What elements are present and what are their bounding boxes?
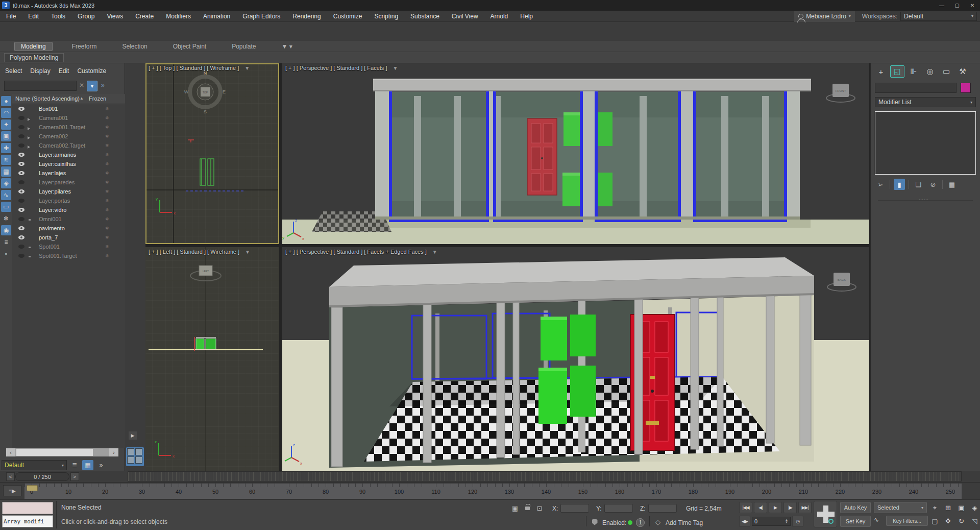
frozen-snowflake-icon[interactable]: ❄ bbox=[105, 189, 109, 194]
visibility-eye-icon[interactable] bbox=[18, 226, 24, 230]
user-account-menu[interactable]: Mebiane Izidro ▾ bbox=[794, 11, 855, 22]
viewport-menu-left-3[interactable]: [ Wireframe ] bbox=[207, 249, 239, 255]
search-filter-icon[interactable]: ▼ bbox=[87, 81, 97, 91]
close-button[interactable]: ✕ bbox=[965, 0, 980, 11]
viewport-top[interactable]: TOP N S W E x y [ + ][ Top ][ Standard ] bbox=[145, 63, 279, 244]
play-button[interactable]: ▶ bbox=[769, 502, 782, 513]
visibility-eye-icon[interactable] bbox=[18, 199, 24, 203]
viewport-menu-top-0[interactable]: [ + ] bbox=[149, 65, 158, 71]
auto-key-button[interactable]: Auto Key bbox=[840, 502, 871, 513]
workspace-dropdown[interactable]: Default ▾ bbox=[900, 12, 977, 21]
list-item[interactable]: Camera001.Target❄ bbox=[12, 123, 125, 132]
list-item[interactable]: Spot001.Target❄ bbox=[12, 251, 125, 260]
visibility-eye-icon[interactable] bbox=[18, 134, 24, 138]
visibility-eye-icon[interactable] bbox=[18, 143, 24, 148]
menu-scripting[interactable]: Scripting bbox=[368, 11, 404, 22]
next-frame-button[interactable]: |▶ bbox=[783, 502, 797, 513]
list-item[interactable]: Omni001❄ bbox=[12, 214, 125, 224]
filter-lights-icon[interactable]: ✦ bbox=[1, 119, 11, 130]
zoom-extents-all-icon[interactable]: ◈ bbox=[969, 502, 980, 514]
frozen-snowflake-icon[interactable]: ❄ bbox=[105, 161, 109, 166]
list-item[interactable]: Layer:armarios❄ bbox=[12, 150, 125, 159]
filter-frozen-icon[interactable]: ❄ bbox=[1, 213, 11, 224]
show-end-result-icon[interactable]: ▮ bbox=[894, 179, 905, 190]
frozen-snowflake-icon[interactable]: ❄ bbox=[105, 152, 109, 157]
search-more-icon[interactable]: » bbox=[101, 82, 105, 89]
column-name[interactable]: Name (Sorted Ascending) bbox=[15, 95, 80, 102]
notification-count-badge[interactable]: 1 bbox=[636, 518, 645, 527]
pan-view-icon[interactable]: ✥ bbox=[942, 515, 954, 527]
viewport-filter-icon[interactable]: ▼ bbox=[393, 65, 398, 71]
make-unique-icon[interactable]: ❏ bbox=[913, 179, 924, 190]
add-time-tag[interactable]: Add Time Tag bbox=[666, 519, 703, 526]
visibility-eye-icon[interactable] bbox=[18, 171, 24, 175]
list-item[interactable]: Camera002❄ bbox=[12, 132, 125, 141]
viewport-menu-persp_top-2[interactable]: [ Standard ] bbox=[333, 65, 362, 71]
visibility-eye-icon[interactable] bbox=[18, 235, 24, 239]
ribbon-tab-object-paint[interactable]: Object Paint bbox=[167, 42, 212, 51]
list-item[interactable]: Box001❄ bbox=[12, 104, 125, 113]
rollout-separator[interactable] bbox=[878, 200, 973, 201]
frozen-snowflake-icon[interactable]: ❄ bbox=[105, 253, 109, 258]
list-item[interactable]: Layer:vidro❄ bbox=[12, 205, 125, 214]
menu-animation[interactable]: Animation bbox=[197, 11, 236, 22]
visibility-eye-icon[interactable] bbox=[18, 162, 24, 166]
visibility-eye-icon[interactable] bbox=[18, 189, 24, 194]
previous-frame-button[interactable]: ◀| bbox=[754, 502, 767, 513]
modifier-stack[interactable] bbox=[875, 111, 976, 175]
open-mini-curve-editor-button[interactable]: ≡▶ bbox=[3, 485, 21, 496]
filter-groups-icon[interactable]: ▦ bbox=[1, 166, 11, 177]
scroll-thumb[interactable] bbox=[16, 449, 93, 456]
menu-edit[interactable]: Edit bbox=[22, 11, 45, 22]
maxscript-listener-input[interactable]: Array modifi bbox=[2, 515, 53, 527]
y-coordinate-field[interactable] bbox=[604, 504, 633, 513]
scroll-left-icon[interactable]: ‹ bbox=[6, 448, 15, 456]
filter-xrefs-icon[interactable]: ◈ bbox=[1, 178, 11, 188]
menu-graph-editors[interactable]: Graph Editors bbox=[236, 11, 286, 22]
sort-ascending-icon[interactable]: ▲ bbox=[80, 96, 84, 101]
visibility-eye-icon[interactable] bbox=[18, 116, 24, 120]
viewport-layout-tabs[interactable] bbox=[126, 447, 144, 466]
frozen-snowflake-icon[interactable]: ❄ bbox=[105, 143, 109, 148]
selection-lock-icon[interactable] bbox=[523, 503, 532, 513]
frame-nudge-icon[interactable]: ◀▶ bbox=[739, 516, 750, 527]
layer-list-icon[interactable]: ≣ bbox=[69, 460, 80, 470]
viewport-left[interactable]: LEFT x z [ + ][ Left ][ Standard ][ Wire… bbox=[145, 247, 279, 471]
filter-bones-icon[interactable]: ∿ bbox=[1, 190, 11, 200]
column-frozen[interactable]: Frozen bbox=[89, 95, 106, 102]
menu-file[interactable]: File bbox=[0, 11, 22, 22]
current-frame-field[interactable]: 0 ▲▼ bbox=[752, 517, 791, 526]
frozen-snowflake-icon[interactable]: ❄ bbox=[105, 134, 109, 139]
maximize-viewport-icon[interactable]: ◹ bbox=[969, 515, 980, 527]
orbit-icon[interactable]: ↻ bbox=[955, 515, 967, 527]
list-item[interactable]: Layer:pilares❄ bbox=[12, 187, 125, 196]
modifier-list-dropdown[interactable]: Modifier List ▾ bbox=[875, 97, 976, 107]
remove-modifier-icon[interactable]: ⊘ bbox=[927, 179, 939, 190]
filter-cameras-icon[interactable]: ▣ bbox=[1, 131, 11, 141]
menu-modifiers[interactable]: Modifiers bbox=[160, 11, 197, 22]
list-item[interactable]: Layer:lajes❄ bbox=[12, 168, 125, 178]
frozen-snowflake-icon[interactable]: ❄ bbox=[105, 180, 109, 185]
visibility-eye-icon[interactable] bbox=[18, 254, 24, 258]
visibility-eye-icon[interactable] bbox=[18, 180, 24, 184]
menu-rendering[interactable]: Rendering bbox=[286, 11, 327, 22]
visibility-eye-icon[interactable] bbox=[18, 208, 24, 212]
zoom-extents-icon[interactable]: ▣ bbox=[955, 502, 967, 514]
viewport-menu-persp_bottom-2[interactable]: [ Standard ] bbox=[333, 249, 362, 255]
selection-square-icon[interactable]: ▫ bbox=[1, 249, 11, 259]
zoom-region-icon[interactable]: ▢ bbox=[929, 515, 941, 527]
footer-more-icon[interactable]: » bbox=[95, 460, 107, 470]
list-item[interactable]: Layer:paredes❄ bbox=[12, 178, 125, 187]
configure-modifier-sets-icon[interactable]: ▦ bbox=[946, 179, 958, 190]
explorer-menu-customize[interactable]: Customize bbox=[77, 67, 106, 75]
menu-views[interactable]: Views bbox=[101, 11, 129, 22]
time-configuration-icon[interactable]: ◷ bbox=[792, 516, 803, 527]
go-to-end-button[interactable]: ▶▶| bbox=[798, 502, 812, 513]
menu-customize[interactable]: Customize bbox=[327, 11, 369, 22]
object-color-swatch[interactable] bbox=[961, 83, 971, 93]
search-clear-icon[interactable]: ✕ bbox=[79, 82, 84, 89]
menu-arnold[interactable]: Arnold bbox=[484, 11, 514, 22]
new-key-default-in-out-icon[interactable]: ∿ bbox=[874, 516, 879, 523]
zoom-all-icon[interactable]: ⊞ bbox=[942, 502, 954, 514]
isolate-selection-icon[interactable]: ▣ bbox=[510, 503, 520, 513]
